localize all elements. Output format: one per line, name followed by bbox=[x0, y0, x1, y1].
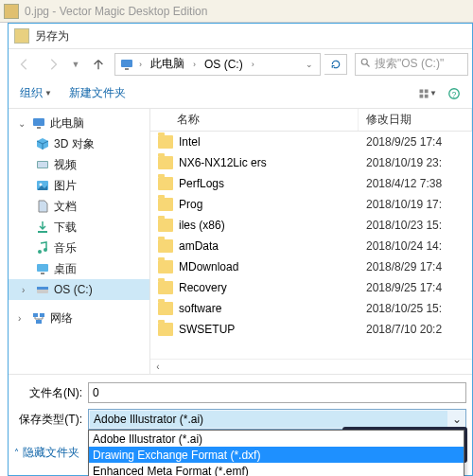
network-icon bbox=[31, 310, 46, 326]
arrow-right-icon bbox=[46, 58, 60, 71]
video-icon bbox=[35, 157, 50, 172]
search-input[interactable]: 搜索"OS (C:)" bbox=[355, 53, 468, 76]
nav-back-button[interactable] bbox=[12, 53, 37, 76]
horizontal-scrollbar[interactable]: ‹ bbox=[150, 359, 472, 374]
address-bar: ▼ › 此电脑 › OS (C:) › ⌄ 搜索"OS (C:)" bbox=[9, 48, 472, 79]
folder-icon bbox=[158, 260, 173, 273]
download-icon bbox=[35, 220, 50, 235]
filetype-option[interactable]: Drawing Exchange Format (*.dxf) bbox=[89, 447, 464, 463]
folder-icon bbox=[158, 239, 173, 253]
file-row[interactable]: SWSETUP2018/7/10 20:2 bbox=[150, 319, 472, 340]
svg-rect-20 bbox=[41, 273, 44, 274]
nav-up-button[interactable] bbox=[86, 53, 111, 76]
filetype-option[interactable]: Enhanced Meta Format (*.emf) bbox=[89, 463, 464, 476]
file-row[interactable]: software2018/10/25 15: bbox=[150, 298, 472, 319]
app-title: 0.jpg - Vector Magic Desktop Edition bbox=[25, 5, 207, 18]
svg-rect-10 bbox=[33, 118, 44, 126]
folder-icon bbox=[158, 323, 173, 336]
chevron-right-icon[interactable]: › bbox=[190, 60, 199, 69]
breadcrumb-this-pc[interactable]: 此电脑 bbox=[147, 54, 188, 74]
nav-forward-button[interactable] bbox=[41, 53, 65, 76]
filename-input[interactable]: 0 bbox=[88, 382, 466, 403]
tree-this-pc[interactable]: ⌄ 此电脑 bbox=[9, 113, 149, 133]
filetype-option[interactable]: Adobe Illustrator (*.ai) bbox=[89, 431, 464, 447]
dialog-title: 另存为 bbox=[35, 28, 69, 44]
arrow-up-icon bbox=[92, 58, 105, 71]
tree-item-downloads[interactable]: 下载 bbox=[9, 217, 149, 238]
column-name[interactable]: 名称 bbox=[169, 109, 359, 131]
disk-icon bbox=[35, 282, 50, 297]
tree-item-desktop[interactable]: 桌面 bbox=[9, 258, 149, 279]
file-row[interactable]: MDownload2018/8/29 17:4 bbox=[150, 256, 472, 277]
expand-icon[interactable]: › bbox=[18, 313, 27, 324]
file-row[interactable]: NX6-NX12Lic ers2018/10/19 23: bbox=[150, 152, 472, 173]
file-row[interactable]: PerfLogs2018/4/12 7:38 bbox=[150, 173, 472, 194]
breadcrumb[interactable]: › 此电脑 › OS (C:) › ⌄ bbox=[114, 53, 321, 76]
app-icon bbox=[4, 4, 19, 19]
recent-locations-button[interactable]: ▼ bbox=[69, 53, 82, 76]
save-as-dialog: 另存为 ▼ › 此电脑 › OS (C:) › ⌄ 搜 bbox=[8, 23, 473, 476]
monitor-icon bbox=[31, 115, 46, 131]
tree-item-documents[interactable]: 文档 bbox=[9, 196, 149, 217]
file-row[interactable]: amData2018/10/24 14: bbox=[150, 236, 472, 256]
svg-rect-25 bbox=[36, 320, 42, 324]
folder-icon bbox=[158, 177, 173, 190]
filetype-dropdown-list[interactable]: Adobe Illustrator (*.ai)Drawing Exchange… bbox=[88, 430, 464, 476]
chevron-down-icon[interactable]: ⌄ bbox=[303, 60, 316, 69]
cube-icon bbox=[35, 136, 50, 151]
column-date[interactable]: 修改日期 bbox=[359, 109, 472, 131]
tree-network[interactable]: › 网络 bbox=[9, 308, 149, 328]
desktop-icon bbox=[35, 261, 50, 276]
chevron-right-icon[interactable]: › bbox=[136, 60, 145, 69]
svg-rect-11 bbox=[37, 127, 41, 129]
svg-rect-16 bbox=[38, 231, 47, 233]
tree-item-os-c[interactable]: › OS (C:) bbox=[9, 279, 149, 300]
scroll-left-icon[interactable]: ‹ bbox=[150, 360, 166, 374]
svg-point-18 bbox=[44, 248, 47, 252]
save-icon bbox=[14, 28, 29, 44]
file-row[interactable]: Intel2018/9/25 17:4 bbox=[150, 132, 472, 152]
file-list-body[interactable]: Intel2018/9/25 17:4NX6-NX12Lic ers2018/1… bbox=[150, 132, 472, 359]
collapse-icon[interactable]: ⌄ bbox=[18, 118, 27, 129]
svg-rect-5 bbox=[425, 89, 429, 93]
search-placeholder: 搜索"OS (C:)" bbox=[375, 56, 444, 72]
expand-icon[interactable]: › bbox=[22, 285, 31, 295]
chevron-down-icon[interactable]: ⌄ bbox=[448, 410, 465, 429]
dialog-titlebar[interactable]: 另存为 bbox=[9, 24, 472, 48]
tree-item-pictures[interactable]: 图片 bbox=[9, 175, 149, 196]
file-row[interactable]: Prog2018/10/19 17: bbox=[150, 194, 472, 215]
arrow-left-icon bbox=[18, 58, 31, 71]
picture-icon bbox=[35, 178, 50, 193]
refresh-button[interactable] bbox=[324, 54, 347, 75]
monitor-icon bbox=[119, 57, 134, 72]
hide-folders-button[interactable]: ˄ 隐藏文件夹 bbox=[14, 445, 79, 461]
tree-item-3d-objects[interactable]: 3D 对象 bbox=[9, 133, 149, 154]
folder-icon bbox=[158, 156, 173, 169]
svg-rect-0 bbox=[121, 60, 132, 67]
chevron-right-icon[interactable]: › bbox=[249, 60, 257, 69]
new-folder-button[interactable]: 新建文件夹 bbox=[65, 81, 130, 105]
search-icon bbox=[359, 57, 371, 71]
file-row[interactable]: Recovery2018/9/25 17:4 bbox=[150, 277, 472, 298]
tree-item-music[interactable]: 音乐 bbox=[9, 238, 149, 258]
view-options-button[interactable]: ▼ bbox=[417, 83, 438, 104]
chevron-up-icon: ˄ bbox=[14, 448, 19, 458]
svg-rect-7 bbox=[425, 94, 429, 97]
navigation-pane[interactable]: ⌄ 此电脑 3D 对象 视频 图片 文档 下载 bbox=[9, 109, 150, 374]
filename-label: 文件名(N): bbox=[14, 385, 88, 401]
organize-button[interactable]: 组织▼ bbox=[16, 81, 56, 105]
list-header[interactable]: 名称 修改日期 bbox=[150, 109, 472, 132]
app-titlebar: 0.jpg - Vector Magic Desktop Edition bbox=[0, 0, 473, 23]
view-icon bbox=[418, 87, 429, 100]
file-row[interactable]: iles (x86)2018/10/23 15: bbox=[150, 215, 472, 236]
document-icon bbox=[35, 199, 50, 214]
svg-rect-19 bbox=[37, 264, 48, 272]
svg-rect-24 bbox=[40, 313, 44, 317]
folder-icon bbox=[158, 281, 173, 294]
tree-item-videos[interactable]: 视频 bbox=[9, 154, 149, 175]
svg-line-3 bbox=[367, 64, 370, 67]
svg-rect-23 bbox=[33, 313, 38, 317]
svg-point-17 bbox=[38, 250, 42, 254]
breadcrumb-drive[interactable]: OS (C:) bbox=[201, 56, 247, 73]
help-button[interactable]: ? bbox=[444, 83, 464, 104]
